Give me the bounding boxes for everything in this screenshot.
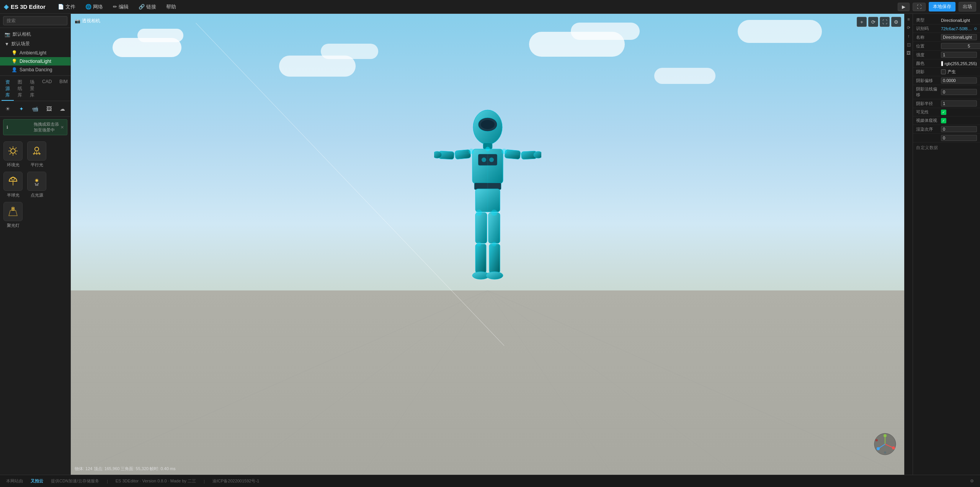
viewport[interactable]: 📷 透视相机 + ⟳ ⛶ ⚙ [71, 14, 904, 475]
sub-icon-star[interactable]: ✦ [17, 103, 27, 114]
svg-point-17 [36, 179, 38, 182]
light-item-ambient[interactable]: 环境光 [3, 141, 23, 168]
asset-tabs: 资源库 图纸库 场景库 CAD BIM [0, 76, 70, 101]
sub-icon-image[interactable]: 🖼 [44, 103, 54, 114]
tree-item-scene[interactable]: ▼ 默认场景 [0, 39, 70, 49]
tab-bim[interactable]: BIM [56, 77, 71, 101]
viewport-add-btn[interactable]: + [857, 17, 867, 27]
svg-point-45 [434, 151, 442, 158]
prop-row-color: 颜色 rgb(255,255,255) [913, 59, 980, 68]
footer-website: 本网站由 [6, 478, 23, 484]
prop-label-normal-bias: 阴影法线偏移 [916, 86, 941, 98]
svg-point-40 [489, 157, 494, 162]
footer-icp: 渝ICP备2022001592号-1 [212, 478, 259, 484]
topbar: ◈ ES 3D Editor 📄 文件 🌐 网络 ✏ 编辑 🔗 链接 帮助 ▶ … [0, 0, 980, 14]
sidebar: 📷 默认相机 ▼ 默认场景 💡 AmbientLight 💡 Direction… [0, 14, 71, 475]
light-item-parallel[interactable]: 平行光 [27, 141, 47, 168]
prop-value-color[interactable]: rgb(255,255,255) [941, 61, 977, 66]
tree-item-samba[interactable]: 👤 Samba Dancing [0, 66, 70, 74]
tree-item-ambientlight[interactable]: 💡 AmbientLight [0, 49, 70, 57]
prop-label-position: 位置 [916, 43, 941, 49]
stats-bar: 物体: 124 顶点: 165,960 三角面: 55,320 帧时: 0.40… [75, 466, 176, 472]
prop-label-intensity: 强度 [916, 52, 941, 58]
search-bar [0, 14, 70, 28]
drag-hint-close[interactable]: ✕ [60, 125, 64, 130]
menu-network[interactable]: 🌐 网络 [81, 2, 108, 12]
footer-brand[interactable]: 又拍云 [31, 478, 43, 484]
prop-value-intensity[interactable]: 1 [941, 52, 977, 58]
svg-point-35 [481, 120, 495, 129]
menu-file[interactable]: 📄 文件 [53, 2, 80, 12]
point-light-label: 点光源 [31, 192, 43, 198]
network-icon: 🌐 [85, 4, 91, 10]
copy-id-button[interactable]: ⊙ [974, 26, 977, 31]
footer-version: ES 3DEditor · Version 0.8.0 · Made by 二三 [116, 478, 196, 484]
tab-assets[interactable]: 资源库 [2, 77, 14, 101]
file-icon: 📄 [58, 4, 64, 10]
parallel-light-icon [27, 141, 46, 161]
tab-cad[interactable]: CAD [38, 77, 56, 101]
panel-icon-photo[interactable]: 🖼 [905, 49, 913, 57]
prop-value-extra[interactable]: 0 [941, 135, 977, 141]
media-checkbox[interactable]: ✓ [941, 118, 946, 123]
prop-value-shadow-bias[interactable]: 0.0000 [941, 77, 977, 84]
panel-icon-expand[interactable]: ◫ [905, 41, 913, 48]
prop-row-normal-bias: 阴影法线偏移 0 [913, 85, 980, 99]
color-swatch [941, 61, 943, 66]
svg-point-58 [476, 210, 482, 216]
drag-hint-text: 拖拽或双击添加至场景中 [34, 121, 61, 133]
save-button[interactable]: 本地保存 [929, 2, 956, 11]
panel-icon-refresh[interactable]: ⟳ [905, 24, 913, 31]
edit-icon: ✏ [113, 4, 117, 10]
hemisphere-light-label: 半球光 [7, 192, 20, 198]
link-icon: 🔗 [139, 4, 145, 10]
footer-settings[interactable]: ⚙ [970, 479, 974, 484]
tree-item-camera[interactable]: 📷 默认相机 [0, 30, 70, 39]
light-item-spot[interactable]: 聚光灯 [3, 202, 23, 228]
sub-icon-cloud[interactable]: ☁ [57, 103, 67, 114]
panel-icon-strip: ≡ ⟳ ↑ ◫ 🖼 [905, 14, 913, 475]
light-item-point[interactable]: 点光源 [27, 172, 47, 198]
viewport-settings-btn[interactable]: ⚙ [891, 17, 901, 27]
prop-row-shadow: 阴影 产生 [913, 68, 980, 76]
viewport-fullscreen-btn[interactable]: ⛶ [880, 17, 890, 27]
shadow-checkbox[interactable] [941, 69, 946, 74]
prop-value-shadow-radius[interactable]: 1 [941, 100, 977, 107]
svg-line-13 [39, 152, 40, 155]
menu-help[interactable]: 帮助 [162, 2, 181, 12]
drag-hint: ℹ 拖拽或双击添加至场景中 ✕ [3, 119, 67, 135]
viewport-stats: 物体: 124 顶点: 165,960 三角面: 55,320 帧时: 0.40… [75, 466, 176, 471]
viewport-refresh-btn[interactable]: ⟳ [868, 17, 878, 27]
prop-label-id: 识别码 [916, 26, 941, 31]
prop-row-render-order: 渲染次序 0 [913, 125, 980, 134]
prop-value-id: 72fc6ac7-50f8-4fc [941, 26, 973, 31]
prop-value-normal-bias[interactable]: 0 [941, 89, 977, 95]
spot-light-label: 聚光灯 [7, 223, 20, 228]
prop-value-name[interactable]: DirectionalLight [941, 34, 977, 40]
svg-line-8 [10, 153, 11, 154]
tree-item-directionallight[interactable]: 💡 DirectionalLight [0, 57, 70, 66]
visibility-checkbox[interactable]: ✓ [941, 110, 946, 115]
expand-button[interactable]: ⛶ [913, 3, 926, 11]
prop-label-shadow-radius: 阴影半径 [916, 101, 941, 107]
sub-icon-light[interactable]: ☀ [3, 103, 13, 114]
tab-scenes[interactable]: 场景库 [26, 77, 38, 101]
exit-button[interactable]: 出场 [959, 2, 976, 11]
tab-drawings[interactable]: 图纸库 [14, 77, 26, 101]
prop-label-shadow: 阴影 [916, 69, 941, 75]
panel-icon-layers[interactable]: ≡ [905, 15, 913, 23]
svg-point-48 [534, 151, 541, 158]
prop-value-render-order[interactable]: 0 [941, 126, 977, 132]
light-item-hemisphere[interactable]: 半球光 [3, 172, 23, 198]
svg-rect-50 [475, 244, 486, 273]
search-input[interactable] [3, 16, 67, 25]
play-button[interactable]: ▶ [898, 3, 910, 11]
sub-icon-camera[interactable]: 📹 [30, 103, 40, 114]
svg-point-9 [35, 147, 39, 151]
menu-link[interactable]: 🔗 链接 [134, 2, 161, 12]
menu-edit[interactable]: ✏ 编辑 [108, 2, 133, 12]
viewport-gizmo [874, 433, 897, 456]
svg-point-72 [877, 447, 880, 450]
pos-x-input[interactable] [941, 43, 980, 49]
panel-icon-upload[interactable]: ↑ [905, 32, 913, 40]
